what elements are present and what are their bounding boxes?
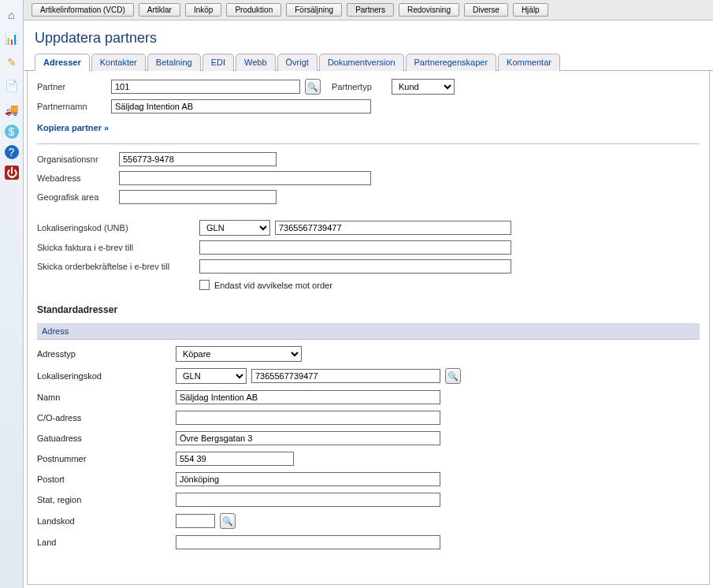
partnername-input[interactable] [111, 99, 371, 114]
invoice-email-label: Skicka faktura i e-brev till [37, 243, 195, 252]
addr-country-label: Land [37, 538, 171, 547]
addr-zip-input[interactable] [176, 452, 294, 466]
partnername-label: Partnernamn [37, 102, 106, 111]
content-panel: Partner 🔍 Partnertyp Kund Partnernamn Ko… [27, 71, 710, 585]
addr-region-label: Stat, region [37, 495, 171, 504]
partner-input[interactable] [111, 80, 300, 94]
menu-partners[interactable]: Partners [347, 3, 394, 17]
search-icon: 🔍 [447, 371, 459, 381]
tab-bar: Adresser Kontakter Betalning EDI Webb Öv… [24, 53, 713, 71]
separator [37, 143, 700, 144]
partnertype-label: Partnertyp [332, 82, 387, 91]
addr-street-label: Gatuadress [37, 434, 171, 443]
loccode-unb-type-select[interactable]: GLN [199, 220, 270, 236]
addr-loccode-lookup-button[interactable]: 🔍 [445, 368, 461, 384]
tab-betalning[interactable]: Betalning [147, 54, 201, 71]
addr-city-label: Postort [37, 474, 171, 484]
menu-hjalp[interactable]: Hjälp [513, 3, 548, 17]
sidebar: ⌂ 📊 ✎ 📄 🚚 $ ? ⏻ [0, 0, 24, 588]
menu-artiklar[interactable]: Artiklar [139, 3, 180, 17]
addr-loccode-type-select[interactable]: GLN [176, 368, 247, 384]
order-email-label: Skicka orderbekräftelse i e-brev till [37, 262, 195, 271]
search-icon: 🔍 [222, 516, 233, 527]
partnertype-select[interactable]: Kund [392, 79, 455, 95]
menu-inkop[interactable]: Inköp [185, 3, 221, 17]
menu-diverse[interactable]: Diverse [464, 3, 508, 17]
orgnr-input[interactable] [119, 152, 277, 166]
tab-edi[interactable]: EDI [202, 54, 234, 71]
addr-loccode-input[interactable] [251, 369, 440, 383]
geoarea-input[interactable] [119, 190, 277, 204]
orgnr-label: Organisationsnr [37, 154, 114, 164]
standard-addresses-heading: Standardadresser [37, 304, 700, 315]
partner-lookup-button[interactable]: 🔍 [305, 79, 321, 95]
search-icon: 🔍 [307, 82, 318, 92]
top-menu: Artikelinformation (VCD) Artiklar Inköp … [24, 0, 713, 20]
addr-name-input[interactable] [176, 390, 440, 404]
currency-icon[interactable]: $ [5, 125, 19, 139]
home-icon[interactable]: ⌂ [3, 6, 20, 24]
document-icon[interactable]: 📄 [3, 77, 20, 95]
main-panel: Artikelinformation (VCD) Artiklar Inköp … [24, 0, 713, 588]
tab-webb[interactable]: Webb [236, 54, 276, 71]
addr-region-input[interactable] [176, 493, 440, 507]
invoice-email-input[interactable] [199, 240, 511, 255]
addr-street-input[interactable] [176, 431, 440, 445]
webaddress-input[interactable] [119, 171, 371, 185]
addresstype-select[interactable]: Köpare [176, 346, 302, 362]
menu-artikelinformation[interactable]: Artikelinformation (VCD) [32, 3, 134, 17]
chart-icon[interactable]: 📊 [3, 30, 20, 47]
tab-dokumentversion[interactable]: Dokumentversion [319, 54, 404, 71]
addr-loccode-label: Lokaliseringskod [37, 371, 171, 381]
tab-adresser[interactable]: Adresser [35, 54, 90, 71]
addr-co-label: C/O-adress [37, 413, 171, 422]
deviation-label: Endast vid avvikelse mot order [214, 281, 332, 290]
addr-zip-label: Postnummer [37, 454, 171, 463]
edit-icon[interactable]: ✎ [3, 54, 20, 71]
loccode-unb-label: Lokaliseringskod (UNB) [37, 223, 195, 233]
addr-city-input[interactable] [176, 472, 440, 486]
geoarea-label: Geografisk area [37, 192, 114, 202]
power-icon[interactable]: ⏻ [5, 166, 19, 180]
addr-country-input[interactable] [176, 535, 440, 549]
help-icon[interactable]: ? [5, 145, 19, 159]
addresstype-label: Adresstyp [37, 349, 171, 359]
tab-kontakter[interactable]: Kontakter [91, 54, 146, 71]
tab-partneregenskaper[interactable]: Partneregenskaper [406, 54, 497, 71]
tab-kommentar[interactable]: Kommentar [498, 54, 560, 71]
webaddress-label: Webadress [37, 173, 114, 183]
tab-ovrigt[interactable]: Övrigt [277, 54, 318, 71]
addr-name-label: Namn [37, 393, 171, 402]
menu-produktion[interactable]: Produktion [226, 3, 281, 17]
loccode-unb-input[interactable] [275, 221, 511, 235]
deviation-checkbox[interactable] [199, 280, 210, 290]
partner-label: Partner [37, 82, 106, 91]
menu-forsaljning[interactable]: Försäljning [286, 3, 342, 17]
truck-icon[interactable]: 🚚 [3, 101, 20, 118]
addr-countrycode-label: Landskod [37, 516, 171, 526]
page-title: Uppdatera partners [24, 20, 713, 53]
address-subheader: Adress [37, 323, 700, 340]
order-email-input[interactable] [199, 259, 511, 274]
addr-countrycode-lookup-button[interactable]: 🔍 [220, 513, 236, 529]
addr-countrycode-input[interactable] [176, 514, 215, 528]
menu-redovisning[interactable]: Redovisning [399, 3, 459, 17]
addr-co-input[interactable] [176, 411, 440, 425]
copy-partner-link[interactable]: Kopiera partner » [37, 118, 700, 140]
